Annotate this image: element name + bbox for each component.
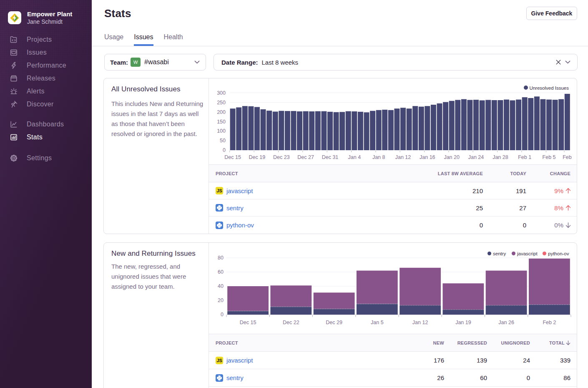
- svg-text:250: 250: [217, 100, 226, 106]
- svg-text:Jan 16: Jan 16: [420, 154, 435, 160]
- svg-text:50: 50: [220, 138, 226, 144]
- svg-text:Dec 15: Dec 15: [224, 154, 241, 160]
- svg-text:Unresolved Issues: Unresolved Issues: [529, 86, 569, 91]
- svg-text:Feb: Feb: [563, 154, 572, 160]
- svg-text:Jan 28: Jan 28: [493, 154, 508, 160]
- svg-text:Jan 4: Jan 4: [348, 154, 361, 160]
- svg-text:150: 150: [217, 119, 226, 125]
- svg-text:40: 40: [218, 283, 224, 289]
- svg-text:Jan 12: Jan 12: [395, 154, 411, 160]
- svg-text:Dec 15: Dec 15: [240, 320, 256, 325]
- svg-text:Dec 22: Dec 22: [283, 320, 299, 325]
- svg-text:javascript: javascript: [517, 251, 538, 256]
- svg-text:Dec 27: Dec 27: [297, 154, 314, 160]
- svg-text:0: 0: [221, 312, 224, 317]
- svg-text:20: 20: [218, 297, 224, 303]
- svg-text:Dec 23: Dec 23: [273, 154, 290, 160]
- svg-text:100: 100: [217, 128, 226, 134]
- svg-text:60: 60: [218, 269, 224, 275]
- svg-text:Jan 5: Jan 5: [371, 320, 384, 325]
- svg-text:Feb 2: Feb 2: [543, 320, 556, 325]
- svg-text:Feb 5: Feb 5: [543, 154, 556, 160]
- svg-text:300: 300: [217, 90, 226, 96]
- svg-text:Jan 24: Jan 24: [468, 154, 484, 160]
- svg-text:200: 200: [217, 109, 226, 115]
- svg-text:Dec 29: Dec 29: [326, 320, 342, 325]
- svg-text:Jan 20: Jan 20: [444, 154, 460, 160]
- svg-text:python-ov: python-ov: [548, 251, 569, 256]
- svg-text:80: 80: [218, 255, 224, 261]
- svg-text:Dec 31: Dec 31: [322, 154, 339, 160]
- svg-text:Dec 19: Dec 19: [249, 154, 266, 160]
- svg-text:Jan 8: Jan 8: [372, 154, 385, 160]
- svg-text:Feb 1: Feb 1: [518, 154, 531, 160]
- svg-text:Jan 26: Jan 26: [498, 320, 514, 325]
- svg-text:Jan 12: Jan 12: [412, 320, 428, 325]
- svg-text:sentry: sentry: [493, 251, 506, 256]
- svg-text:Jan 19: Jan 19: [455, 320, 471, 325]
- svg-text:0: 0: [223, 147, 226, 153]
